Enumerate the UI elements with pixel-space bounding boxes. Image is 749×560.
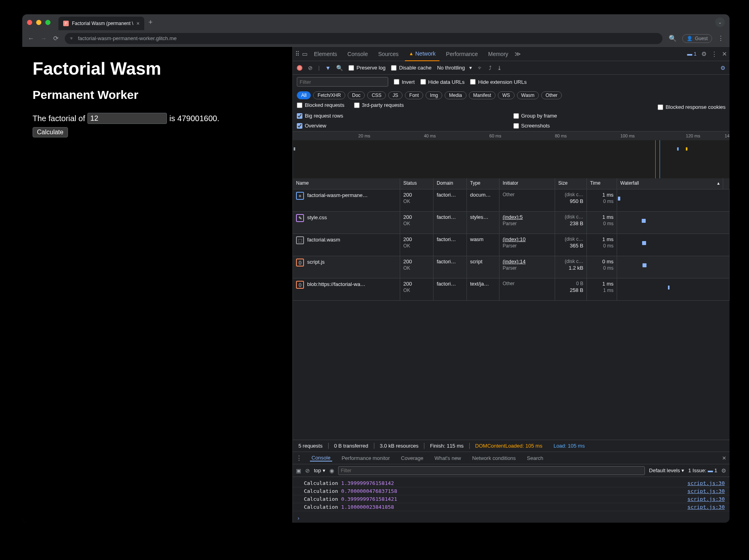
address-bar[interactable]: ᯤ factorial-wasm-permanent-worker.glitch… (65, 33, 662, 44)
type-pill-media[interactable]: Media (445, 91, 466, 99)
type-pill-doc[interactable]: Doc (348, 91, 365, 99)
type-pill-font[interactable]: Font (405, 91, 423, 99)
table-row[interactable]: ≡factorial-wasm-permane…200OKfactori…doc… (293, 189, 730, 212)
tab-elements[interactable]: Elements (310, 47, 341, 61)
preserve-log-checkbox[interactable]: Preserve log (348, 65, 385, 71)
disable-cache-checkbox[interactable]: Disable cache (391, 65, 432, 71)
network-settings-icon[interactable]: ⚙ (720, 65, 726, 71)
issues-badge[interactable]: ▬ 1 (687, 51, 697, 57)
console-context-select[interactable]: top ▾ (314, 467, 325, 473)
column-time[interactable]: Time (587, 178, 617, 189)
table-row[interactable]: ⟨⟩blob:https://factorial-wa…200OKfactori… (293, 278, 730, 301)
big-rows-checkbox[interactable]: Big request rows (297, 113, 509, 119)
close-tab-icon[interactable]: × (136, 20, 139, 27)
log-source-link[interactable]: script.js:30 (687, 496, 725, 502)
new-tab-button[interactable]: + (148, 18, 153, 27)
filter-icon[interactable]: ▼ (325, 65, 331, 71)
console-filter-input[interactable] (338, 466, 645, 475)
table-row[interactable]: ⟨⟩script.js200OKfactori…script(index):14… (293, 256, 730, 278)
tab-memory[interactable]: Memory (484, 47, 513, 61)
drawer-tab-coverage[interactable]: Coverage (399, 455, 425, 461)
throttling-select[interactable]: No throttling ▾ (437, 65, 472, 71)
drawer-tab-whats-new[interactable]: What's new (433, 455, 463, 461)
blocked-requests-checkbox[interactable]: Blocked requests (297, 102, 345, 108)
menu-icon[interactable]: ⋮ (718, 35, 724, 42)
column-status[interactable]: Status (400, 178, 434, 189)
reload-button[interactable]: ⟳ (53, 35, 58, 42)
type-pill-manifest[interactable]: Manifest (469, 91, 495, 99)
overview-checkbox[interactable]: Overview (297, 123, 509, 129)
site-info-icon[interactable]: ᯤ (70, 35, 75, 41)
hide-data-urls-checkbox[interactable]: Hide data URLs (420, 79, 465, 85)
zoom-icon[interactable]: 🔍 (669, 35, 677, 42)
device-icon[interactable]: ▭ (302, 50, 308, 58)
tab-title: Factorial Wasm (permanent \ (72, 21, 133, 26)
column-waterfall[interactable]: Waterfall ▴ (617, 178, 723, 189)
tab-sources[interactable]: Sources (374, 47, 403, 61)
forward-button[interactable]: → (41, 35, 47, 42)
type-pill-all[interactable]: All (297, 91, 311, 99)
clear-icon[interactable]: ⊘ (308, 65, 313, 71)
kebab-icon[interactable]: ⋮ (711, 50, 717, 58)
drawer-tab-search[interactable]: Search (525, 455, 545, 461)
type-pill-fetchxhr[interactable]: Fetch/XHR (313, 91, 345, 99)
console-settings-icon[interactable]: ⚙ (721, 467, 726, 474)
column-type[interactable]: Type (467, 178, 499, 189)
window-minimize[interactable] (36, 20, 41, 25)
type-pill-wasm[interactable]: Wasm (517, 91, 539, 99)
type-pill-ws[interactable]: WS (498, 91, 514, 99)
third-party-checkbox[interactable]: 3rd-party requests (354, 102, 404, 108)
drawer-tab-net-conditions[interactable]: Network conditions (470, 455, 517, 461)
log-source-link[interactable]: script.js:30 (687, 480, 725, 486)
invert-checkbox[interactable]: Invert (394, 79, 415, 85)
settings-icon[interactable]: ⚙ (701, 50, 706, 58)
log-source-link[interactable]: script.js:30 (687, 504, 725, 510)
live-expression-icon[interactable]: ◉ (329, 467, 334, 474)
drawer-tab-perf-monitor[interactable]: Performance monitor (340, 455, 391, 461)
search-icon[interactable]: 🔍 (336, 65, 343, 71)
column-domain[interactable]: Domain (434, 178, 467, 189)
profile-button[interactable]: 👤 Guest (682, 34, 712, 43)
overview-timeline[interactable]: 20 ms40 ms60 ms80 ms100 ms120 ms14 (293, 131, 730, 178)
tab-console[interactable]: Console (343, 47, 372, 61)
group-by-frame-checkbox[interactable]: Group by frame (513, 113, 726, 119)
type-pill-other[interactable]: Other (541, 91, 562, 99)
log-levels-select[interactable]: Default levels ▾ (649, 467, 684, 473)
tab-network[interactable]: ▲Network (405, 47, 439, 61)
network-conditions-icon[interactable]: ᯤ (478, 65, 483, 71)
log-source-link[interactable]: script.js:30 (687, 488, 725, 494)
table-row[interactable]: ✎style.css200OKfactori…styles…(index):5P… (293, 212, 730, 234)
console-prompt[interactable]: › (293, 514, 730, 523)
export-icon[interactable]: ⤓ (497, 65, 502, 71)
back-button[interactable]: ← (28, 35, 34, 42)
type-pill-css[interactable]: CSS (367, 91, 386, 99)
drawer-menu-icon[interactable]: ⋮ (296, 454, 302, 462)
network-filter-input[interactable] (297, 77, 388, 87)
calculate-button[interactable]: Calculate (33, 127, 68, 137)
browser-tab[interactable]: F Factorial Wasm (permanent \ × (58, 17, 144, 30)
column-size[interactable]: Size (555, 178, 587, 189)
tab-performance[interactable]: Performance (442, 47, 482, 61)
close-drawer-icon[interactable]: ✕ (722, 455, 726, 461)
column-initiator[interactable]: Initiator (499, 178, 555, 189)
factorial-input[interactable] (87, 113, 167, 124)
type-pill-js[interactable]: JS (388, 91, 403, 99)
table-row[interactable]: ⬚factorial.wasm200OKfactori…wasm(index):… (293, 234, 730, 256)
type-pill-img[interactable]: Img (426, 91, 442, 99)
window-close[interactable] (27, 20, 32, 25)
column-name[interactable]: Name (293, 178, 400, 189)
hide-extension-urls-checkbox[interactable]: Hide extension URLs (470, 79, 526, 85)
drawer-tab-console[interactable]: Console (310, 455, 332, 462)
issues-link[interactable]: 1 Issue: ▬ 1 (688, 467, 717, 473)
file-icon: ✎ (296, 214, 304, 222)
more-tabs-icon[interactable]: ≫ (515, 50, 521, 58)
screenshots-checkbox[interactable]: Screenshots (513, 123, 726, 129)
inspect-icon[interactable]: ⠿ (295, 50, 300, 58)
tab-overflow-button[interactable]: ⌄ (715, 17, 725, 27)
close-devtools-icon[interactable]: ✕ (722, 50, 727, 58)
console-sidebar-icon[interactable]: ▣ (296, 467, 301, 474)
console-clear-icon[interactable]: ⊘ (305, 467, 310, 474)
import-icon[interactable]: ⤴ (489, 65, 492, 71)
record-button[interactable] (297, 65, 302, 71)
window-zoom[interactable] (45, 20, 50, 25)
